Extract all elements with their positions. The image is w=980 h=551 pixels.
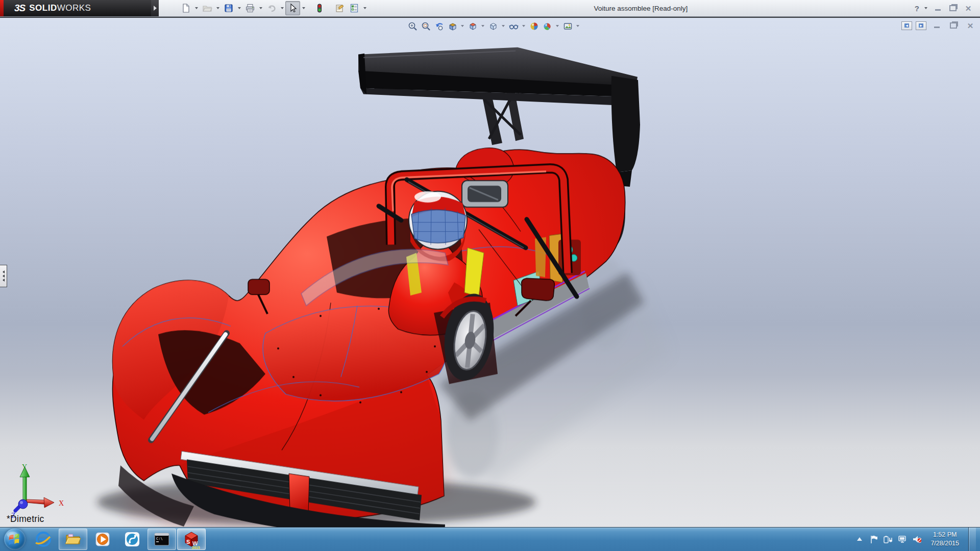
show-desktop-button[interactable] <box>968 528 976 551</box>
undo-button[interactable] <box>264 1 279 15</box>
doc-close-button[interactable]: ✕ <box>964 21 977 30</box>
hide-show-items-dropdown[interactable] <box>522 25 525 27</box>
cmd-prompt-text: C:\ <box>156 537 163 541</box>
commandmanager-expand-button[interactable] <box>151 0 159 16</box>
flag-icon <box>870 535 878 544</box>
help-dropdown[interactable] <box>922 2 929 15</box>
featuremanager-collapsed-tab[interactable] <box>0 265 7 287</box>
sw-letter-s: S <box>186 539 190 545</box>
new-document-button[interactable] <box>178 1 193 15</box>
undo-dropdown[interactable] <box>279 2 285 15</box>
options-button[interactable] <box>347 1 361 15</box>
taskbar-command-prompt[interactable]: C:\ <box>148 529 176 550</box>
zoom-to-area-icon <box>421 21 431 31</box>
edit-appearance-button[interactable] <box>528 20 540 32</box>
select-dropdown[interactable] <box>300 2 307 15</box>
right-mirror <box>522 278 555 300</box>
right-pane-icon: ▶ <box>919 23 923 28</box>
taskbar-clock[interactable]: 1:52 PM 7/28/2015 <box>926 531 963 548</box>
previous-view-button[interactable] <box>433 20 445 32</box>
restore-button[interactable] <box>946 4 960 13</box>
select-tool-button[interactable] <box>285 1 300 15</box>
view-orientation-dropdown[interactable] <box>481 25 484 27</box>
speaker-muted-icon <box>912 535 921 544</box>
hide-show-items-button[interactable] <box>507 20 520 32</box>
up-arrow-icon <box>856 537 863 542</box>
rebuild-button[interactable] <box>312 1 327 15</box>
save-dropdown[interactable] <box>236 2 242 15</box>
clock-time: 1:52 PM <box>930 531 959 540</box>
taskbar-solidworks[interactable]: S W 2015 <box>177 529 206 550</box>
sw-badge-2015: 2015 <box>192 546 200 549</box>
show-hidden-icons-button[interactable] <box>855 535 864 544</box>
doc-minimize-icon <box>934 27 940 28</box>
file-properties-icon <box>334 3 345 13</box>
3d-model-view[interactable] <box>0 18 980 528</box>
print-icon <box>245 3 255 13</box>
folder-icon <box>64 530 82 548</box>
orientation-triad: Y X Z <box>7 463 68 521</box>
zoom-to-fit-button[interactable] <box>406 20 419 32</box>
options-list-icon <box>349 3 359 13</box>
view-orientation-icon <box>468 21 478 31</box>
graphics-area[interactable]: ◀ ▶ ✕ Y X Z *Dimetric <box>0 16 980 528</box>
document-window-controls: ◀ ▶ ✕ <box>901 21 977 30</box>
minimize-button[interactable] <box>931 4 944 13</box>
blue-share-app-icon <box>123 530 141 548</box>
doc-restore-button[interactable] <box>947 21 960 30</box>
show-right-pane-button[interactable]: ▶ <box>916 21 926 30</box>
action-center-flag-button[interactable] <box>869 535 878 544</box>
apply-scene-icon <box>543 21 552 31</box>
new-document-icon <box>181 3 191 13</box>
solidworks-app-icon: S W 2015 <box>182 530 201 549</box>
display-style-dropdown[interactable] <box>502 25 505 27</box>
view-settings-dropdown[interactable] <box>576 25 579 27</box>
volume-muted-button[interactable] <box>912 535 921 544</box>
view-settings-button[interactable] <box>561 20 574 32</box>
brand-solid: SOLID <box>29 3 57 13</box>
previous-view-icon <box>434 21 444 31</box>
view-orientation-button[interactable] <box>467 20 479 32</box>
show-left-pane-button[interactable]: ◀ <box>901 21 912 30</box>
print-dropdown[interactable] <box>257 2 264 15</box>
ds-logo-glyph: 3S <box>14 3 25 14</box>
taskbar-file-explorer[interactable] <box>59 529 87 550</box>
section-view-icon <box>448 21 457 31</box>
display-style-icon <box>488 21 498 31</box>
windows-flag-icon <box>4 529 26 550</box>
print-button[interactable] <box>242 1 257 15</box>
doc-restore-icon <box>950 22 957 29</box>
display-style-button[interactable] <box>487 20 499 32</box>
section-view-button[interactable] <box>446 20 458 32</box>
power-plug-button[interactable] <box>884 535 893 544</box>
internet-explorer-icon <box>34 530 53 548</box>
logo-red-stripe <box>0 0 4 16</box>
left-pane-icon: ◀ <box>904 23 909 28</box>
options-dropdown[interactable] <box>361 2 368 15</box>
open-document-button[interactable] <box>200 1 214 15</box>
start-button[interactable] <box>4 529 26 550</box>
system-tray: 1:52 PM 7/28/2015 <box>855 528 980 551</box>
open-dropdown[interactable] <box>214 2 221 15</box>
file-properties-button[interactable] <box>332 1 347 15</box>
close-button[interactable]: ✕ <box>962 4 975 13</box>
section-view-dropdown[interactable] <box>461 25 464 27</box>
zoom-to-area-button[interactable] <box>420 20 432 32</box>
battery-plug-icon <box>884 535 893 543</box>
network-status-button[interactable] <box>898 535 907 544</box>
help-button[interactable]: ? <box>914 4 920 13</box>
left-mirror <box>248 279 270 294</box>
new-document-dropdown[interactable] <box>193 2 200 15</box>
doc-minimize-button[interactable] <box>930 21 943 30</box>
taskbar-media-player[interactable] <box>88 529 117 550</box>
undo-icon <box>266 3 277 13</box>
open-folder-icon <box>202 3 212 13</box>
taskbar-blue-share-app[interactable] <box>118 529 146 550</box>
minimize-icon <box>935 9 941 11</box>
view-settings-icon <box>563 21 573 31</box>
save-button[interactable] <box>221 1 236 15</box>
apply-scene-button[interactable] <box>541 20 553 32</box>
windows-taskbar: C:\ S W 2015 <box>0 527 980 551</box>
taskbar-internet-explorer[interactable] <box>29 529 58 550</box>
apply-scene-dropdown[interactable] <box>556 25 559 27</box>
